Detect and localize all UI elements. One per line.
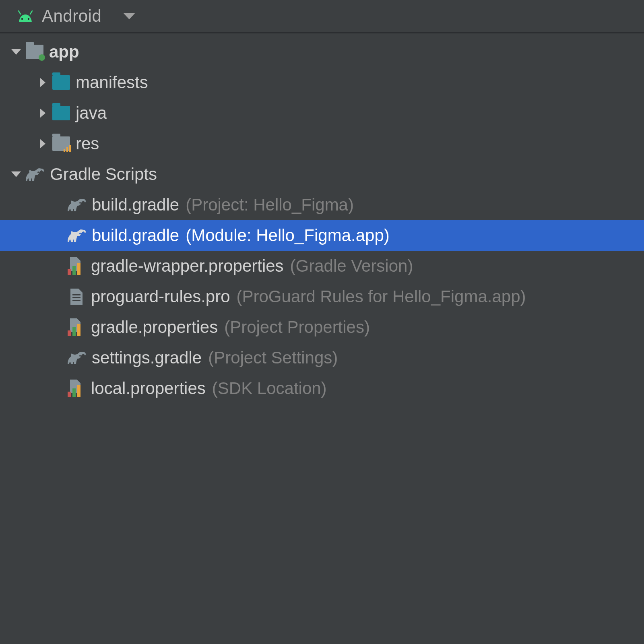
tree-node-gradle-file[interactable]: local.properties(SDK Location) xyxy=(0,373,644,404)
tree-label: Gradle Scripts xyxy=(50,166,157,183)
folder-icon xyxy=(52,74,70,91)
text-file-icon xyxy=(68,288,85,305)
folder-icon xyxy=(52,104,70,122)
chevron-down-icon[interactable] xyxy=(10,49,22,55)
tree-label: gradle.properties xyxy=(91,319,218,336)
chevron-down-icon[interactable] xyxy=(10,171,22,177)
tree-label: app xyxy=(49,43,79,60)
tree-hint: (Module: Hello_Figma.app) xyxy=(186,227,390,244)
svg-point-1 xyxy=(28,18,29,19)
module-folder-icon xyxy=(26,43,43,61)
project-tree: app manifests java res Gradle Scripts bu… xyxy=(0,33,644,404)
tree-hint: (ProGuard Rules for Hello_Figma.app) xyxy=(237,288,526,305)
dropdown-arrow-icon[interactable] xyxy=(123,13,135,19)
tree-hint: (Project Settings) xyxy=(208,349,338,366)
properties-file-icon xyxy=(68,380,85,397)
tree-node-manifests[interactable]: manifests xyxy=(0,67,644,98)
tree-hint: (SDK Location) xyxy=(212,380,327,397)
tree-hint: (Project Properties) xyxy=(224,319,370,336)
tree-node-gradle-file[interactable]: gradle.properties(Project Properties) xyxy=(0,312,644,343)
tree-label: settings.gradle xyxy=(92,349,202,366)
properties-file-icon xyxy=(68,318,85,336)
tree-label: local.properties xyxy=(91,380,206,397)
tree-node-gradle-scripts[interactable]: Gradle Scripts xyxy=(0,159,644,190)
svg-line-3 xyxy=(30,11,32,14)
tree-label: build.gradle xyxy=(92,227,179,244)
tree-node-gradle-file[interactable]: gradle-wrapper.properties(Gradle Version… xyxy=(0,251,644,281)
tree-hint: (Project: Hello_Figma) xyxy=(186,196,354,213)
chevron-right-icon[interactable] xyxy=(37,108,48,118)
tree-node-gradle-file[interactable]: proguard-rules.pro(ProGuard Rules for He… xyxy=(0,281,644,312)
tree-node-gradle-file[interactable]: build.gradle(Project: Hello_Figma) xyxy=(0,190,644,220)
tree-label: java xyxy=(76,105,107,122)
tree-node-gradle-file[interactable]: settings.gradle(Project Settings) xyxy=(0,343,644,373)
properties-file-icon xyxy=(68,257,85,275)
resources-folder-icon xyxy=(52,135,70,153)
svg-point-0 xyxy=(21,18,23,19)
tree-node-app[interactable]: app xyxy=(0,37,644,67)
chevron-right-icon[interactable] xyxy=(37,139,48,149)
svg-line-2 xyxy=(19,11,21,14)
tree-hint: (Gradle Version) xyxy=(290,258,413,275)
gradle-icon xyxy=(68,228,86,243)
tree-label: proguard-rules.pro xyxy=(91,288,230,305)
tree-label: manifests xyxy=(76,74,148,91)
project-view-toolbar: Android xyxy=(0,0,644,33)
tree-label: gradle-wrapper.properties xyxy=(91,258,284,275)
gradle-icon xyxy=(68,351,86,365)
gradle-icon xyxy=(26,167,44,182)
gradle-icon xyxy=(68,198,86,212)
project-view-selector[interactable]: Android xyxy=(42,6,101,26)
tree-label: res xyxy=(76,135,99,152)
tree-label: build.gradle xyxy=(92,196,179,213)
tree-node-java[interactable]: java xyxy=(0,98,644,128)
chevron-right-icon[interactable] xyxy=(37,78,48,87)
tree-node-res[interactable]: res xyxy=(0,128,644,159)
tree-node-gradle-file[interactable]: build.gradle(Module: Hello_Figma.app) xyxy=(0,220,644,251)
android-icon xyxy=(16,10,35,22)
